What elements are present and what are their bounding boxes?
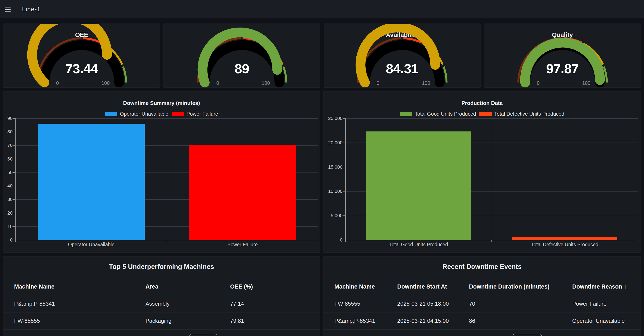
menu-icon-bar — [5, 7, 11, 8]
x-axis-tick — [16, 240, 16, 242]
table-panel-underperforming-machines: Top 5 Underperforming Machines Machine N… — [3, 256, 320, 336]
row-separator — [4, 295, 320, 296]
chart-title: Downtime Summary (minutes) — [4, 100, 320, 106]
table-cell: Power Failure — [572, 300, 606, 307]
table-cell: FW-85555 — [14, 318, 40, 324]
gauge-min-label: 0 — [56, 80, 59, 86]
gauge-max-label: 100 — [422, 80, 430, 86]
y-axis-label: 20 — [3, 210, 12, 216]
chart-legend: Total Good Units ProducedTotal Defective… — [324, 111, 640, 117]
gauge-min-label: 0 — [216, 80, 219, 86]
chart-plot-area: 05,00010,00015,00020,00025,000Total Good… — [346, 118, 638, 240]
legend-item-power-failure[interactable]: Power Failure — [172, 111, 218, 117]
gauge-panel-quality: Quality 97.87 0 100 — [484, 24, 641, 88]
chart-title: Production Data — [324, 100, 640, 106]
x-axis-label: Operator Unavailable — [68, 242, 114, 247]
table-cell: FW-85555 — [334, 300, 360, 307]
table-cell: 2025-03-21 05:18:00 — [397, 300, 449, 307]
menu-icon-bar — [5, 11, 11, 12]
table-cell: Operator Unavailable — [572, 318, 625, 324]
menu-icon[interactable] — [5, 7, 11, 12]
column-header-machine-name[interactable]: Machine Name — [334, 284, 375, 290]
table-cell: P&amp;P-85341 — [14, 300, 55, 307]
legend-swatch — [400, 112, 412, 116]
column-header-downtime-start-at[interactable]: Downtime Start At — [397, 284, 447, 290]
bar-power-failure[interactable] — [189, 145, 296, 240]
table-cell: P&amp;P-85341 — [334, 318, 375, 324]
row-separator — [4, 312, 320, 312]
y-axis-label: 0 — [324, 237, 342, 243]
x-axis-tick — [345, 240, 346, 242]
table-cell: 77.14 — [230, 300, 244, 307]
gauge-max-label: 100 — [582, 80, 590, 86]
table-cell: Packaging — [146, 318, 171, 324]
gauge-arc — [4, 24, 160, 88]
x-axis-label: Total Good Units Produced — [389, 242, 448, 247]
gauge-arc — [164, 24, 320, 88]
gauge-panel-oee: OEE 73.44 0 100 — [3, 24, 160, 88]
legend-item-total-good-units-produced[interactable]: Total Good Units Produced — [400, 111, 476, 117]
gauge-arc — [324, 24, 480, 88]
bar-total-defective-units-produced[interactable] — [512, 237, 617, 240]
bar-operator-unavailable[interactable] — [38, 124, 145, 240]
bar-total-good-units-produced[interactable] — [366, 132, 471, 240]
chart-legend: Operator UnavailablePower Failure — [4, 111, 320, 117]
gauge-max-label: 100 — [102, 80, 110, 86]
legend-label: Total Defective Units Produced — [494, 111, 564, 117]
x-axis-tick — [318, 240, 318, 242]
legend-label: Total Good Units Produced — [415, 111, 476, 117]
legend-label: Operator Unavailable — [120, 111, 168, 117]
y-axis-label: 10,000 — [324, 188, 342, 194]
table-cell: Assembly — [146, 300, 170, 307]
y-axis-label: 20,000 — [324, 140, 342, 146]
table-panel-recent-downtime-events: Recent Downtime Events Machine NameDownt… — [323, 256, 641, 336]
y-axis-label: 30 — [3, 196, 12, 202]
column-header-downtime-duration-minutes[interactable]: Downtime Duration (minutes) — [469, 284, 550, 290]
pagination-button[interactable] — [512, 334, 542, 336]
y-axis-label: 60 — [3, 156, 12, 162]
row-separator — [324, 312, 640, 312]
column-header-machine-name[interactable]: Machine Name — [14, 284, 54, 290]
y-axis-label: 40 — [3, 183, 12, 189]
row-separator — [324, 295, 640, 296]
gauge-min-label: 0 — [377, 80, 380, 86]
x-axis-tick — [492, 240, 492, 242]
chart-panel-downtime-summary: Downtime Summary (minutes) Operator Unav… — [3, 91, 320, 253]
row-separator — [4, 329, 320, 330]
gauge-value: 97.87 — [484, 61, 640, 76]
table-title: Top 5 Underperforming Machines — [4, 263, 320, 270]
chart-panel-production-data: Production Data Total Good Units Produce… — [323, 91, 641, 253]
table-cell: 2025-03-21 04:15:00 — [397, 318, 449, 324]
x-axis-label: Power Failure — [227, 242, 258, 247]
y-axis-line — [345, 118, 346, 240]
menu-icon-bar — [5, 9, 11, 10]
table-cell: 79.81 — [230, 318, 244, 324]
column-header-oee[interactable]: OEE (%) — [230, 284, 253, 290]
table-title: Recent Downtime Events — [324, 263, 640, 270]
gauge-arc — [484, 24, 640, 88]
y-axis-label: 70 — [3, 142, 12, 148]
row-separator — [324, 329, 640, 330]
gauge-value: 84.31 — [324, 61, 480, 76]
pagination-button[interactable] — [189, 334, 217, 336]
gauge-value: 89 — [164, 61, 320, 76]
y-axis-label: 15,000 — [324, 164, 342, 170]
gauge-panel-performance: Performance 89 0 100 — [164, 24, 320, 88]
gauge-panel-availability: Availability 84.31 0 100 — [324, 24, 480, 88]
table-cell: 70 — [469, 300, 475, 307]
gauge-max-label: 100 — [262, 80, 270, 86]
y-axis-label: 10 — [3, 224, 12, 230]
x-axis-tick — [638, 240, 638, 242]
legend-item-total-defective-units-produced[interactable]: Total Defective Units Produced — [479, 111, 564, 117]
legend-item-operator-unavailable[interactable]: Operator Unavailable — [105, 111, 168, 117]
legend-swatch — [105, 112, 117, 116]
category-split-line — [638, 118, 638, 240]
legend-swatch — [479, 112, 492, 116]
column-header-downtime-reason[interactable]: Downtime Reason↑ — [572, 284, 627, 290]
dashboard-title: Line-1 — [22, 0, 40, 18]
x-axis-label: Total Defective Units Produced — [531, 242, 598, 247]
column-header-area[interactable]: Area — [146, 284, 158, 290]
y-axis-label: 5,000 — [324, 213, 342, 219]
legend-swatch — [172, 112, 184, 116]
gauge-min-label: 0 — [537, 80, 540, 86]
